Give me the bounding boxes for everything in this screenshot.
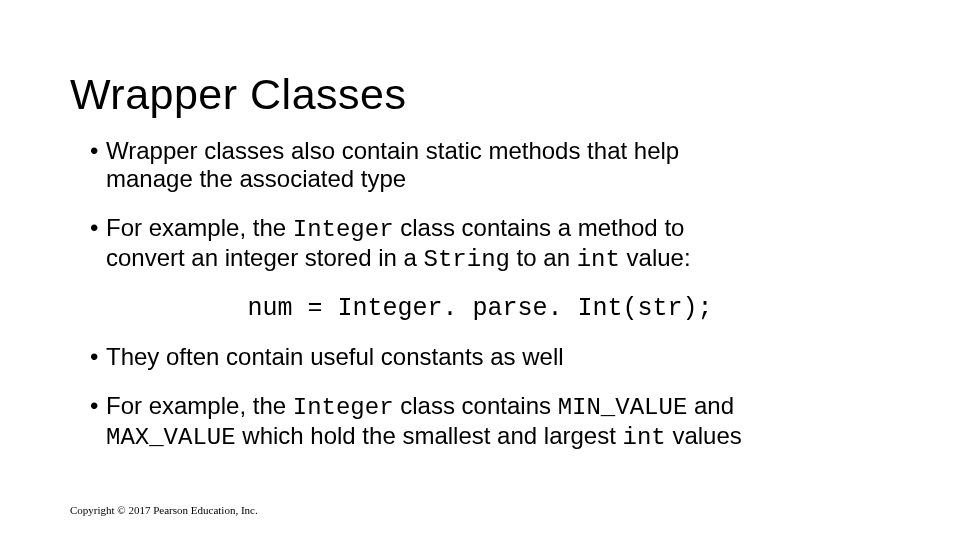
bullet-text: They often contain useful constants as w…: [106, 343, 564, 370]
slide: Wrapper Classes Wrapper classes also con…: [0, 0, 960, 540]
bullet-text: class contains: [394, 392, 558, 419]
bullet-text: which hold the smallest and largest: [236, 422, 623, 449]
copyright-notice: Copyright © 2017 Pearson Education, Inc.: [70, 504, 258, 516]
bullet-text: to an: [510, 244, 577, 271]
code-inline: Integer: [293, 394, 394, 421]
code-block: num = Integer. parse. Int(str);: [130, 294, 830, 323]
bullet-text: For example, the: [106, 214, 293, 241]
code-inline: MAX_VALUE: [106, 424, 236, 451]
slide-title: Wrapper Classes: [70, 70, 890, 119]
code-inline: int: [623, 424, 666, 451]
bullet-text: For example, the: [106, 392, 293, 419]
code-inline: String: [424, 246, 510, 273]
code-inline: Integer: [293, 216, 394, 243]
bullet-item: They often contain useful constants as w…: [90, 343, 746, 371]
bullet-list: Wrapper classes also contain static meth…: [90, 137, 890, 274]
bullet-list: They often contain useful constants as w…: [90, 343, 890, 452]
bullet-text: value:: [620, 244, 691, 271]
bullet-text: Wrapper classes also contain static meth…: [106, 137, 679, 192]
bullet-text: and: [687, 392, 734, 419]
bullet-item: Wrapper classes also contain static meth…: [90, 137, 746, 194]
bullet-text: values: [666, 422, 742, 449]
code-inline: int: [577, 246, 620, 273]
bullet-item: For example, the Integer class contains …: [90, 392, 746, 453]
code-inline: MIN_VALUE: [558, 394, 688, 421]
bullet-item: For example, the Integer class contains …: [90, 214, 746, 275]
